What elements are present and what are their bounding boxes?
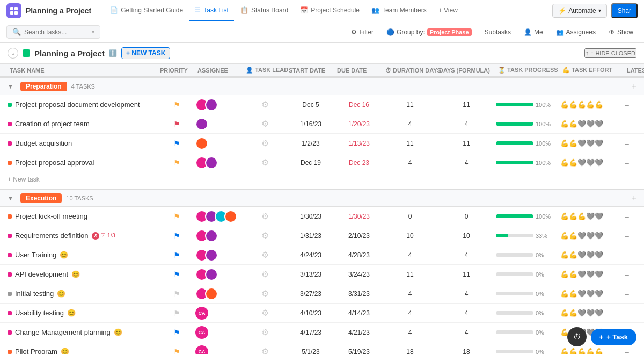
priority-cell[interactable]: ⚑ — [158, 328, 195, 337]
start-date-cell[interactable]: 4/17/23 — [287, 329, 335, 336]
start-date-cell[interactable]: Dec 19 — [287, 159, 335, 167]
assignee-cell[interactable] — [195, 156, 244, 169]
start-date-cell[interactable]: 3/27/23 — [287, 290, 335, 298]
assignee-cell[interactable] — [195, 287, 244, 300]
assignee-cell[interactable] — [195, 98, 244, 111]
assignee-cell[interactable] — [195, 268, 244, 281]
due-date-cell[interactable]: 1/30/23 — [335, 213, 383, 220]
task-name-text[interactable]: Project proposal approval — [15, 158, 94, 167]
task-lead-cell[interactable]: ⚙ — [244, 157, 287, 168]
start-date-cell[interactable]: 1/30/23 — [287, 213, 335, 220]
assignee-cell[interactable] — [195, 249, 244, 262]
priority-cell[interactable]: ⚑ — [158, 139, 195, 148]
assignee-cell[interactable]: CA — [195, 326, 244, 339]
task-name-text[interactable]: Project proposal document development — [15, 100, 140, 109]
task-lead-cell[interactable]: ⚙ — [244, 327, 287, 337]
share-button[interactable]: Shar — [611, 3, 638, 18]
tab-add-view[interactable]: + View — [433, 0, 463, 21]
task-lead-cell[interactable]: ⚙ — [244, 99, 287, 110]
info-icon[interactable]: ℹ️ — [109, 49, 117, 57]
task-lead-cell[interactable]: ⚙ — [244, 346, 287, 354]
tab-team-members[interactable]: 👥 Team Members — [366, 0, 432, 21]
table-row[interactable]: Usability testing😊⚑CA⚙4/10/234/14/23440%… — [0, 304, 644, 323]
table-row[interactable]: Creation of project team⚑⚙1/16/231/20/23… — [0, 114, 644, 134]
due-date-cell[interactable]: Dec 16 — [335, 101, 383, 109]
search-input[interactable] — [24, 28, 89, 36]
subtasks-button[interactable]: Subtasks — [480, 26, 515, 38]
hide-closed-button[interactable]: ↑ ↑ HIDE CLOSED — [584, 48, 636, 58]
start-date-cell[interactable]: 3/13/23 — [287, 271, 335, 278]
task-lead-cell[interactable]: ⚙ — [244, 138, 287, 148]
task-name-text[interactable]: API development — [15, 270, 68, 278]
assignee-cell[interactable] — [195, 229, 244, 242]
search-box[interactable]: 🔍 ▾ — [6, 25, 100, 39]
table-row[interactable]: Change Management planning😊⚑CA⚙4/17/234/… — [0, 323, 644, 342]
task-lead-cell[interactable]: ⚙ — [244, 269, 287, 279]
task-name-text[interactable]: Pilot Program — [15, 348, 57, 354]
priority-cell[interactable]: ⚑ — [158, 158, 195, 167]
start-date-cell[interactable]: 1/16/23 — [287, 120, 335, 128]
group-collapse-preparation[interactable]: ▼ — [8, 83, 16, 90]
due-date-cell[interactable]: 5/19/23 — [335, 348, 383, 355]
assignee-cell[interactable] — [195, 210, 244, 223]
task-lead-cell[interactable]: ⚙ — [244, 230, 287, 241]
table-row[interactable]: Initial testing😊⚑⚙3/27/233/31/23440%💪💪🩶🩶… — [0, 284, 644, 304]
task-name-text[interactable]: User Training — [15, 251, 56, 259]
task-lead-cell[interactable]: ⚙ — [244, 288, 287, 299]
priority-cell[interactable]: ⚑ — [158, 309, 195, 317]
tab-status-board[interactable]: 📋 Status Board — [235, 0, 294, 21]
due-date-cell[interactable]: 4/14/23 — [335, 309, 383, 317]
table-row[interactable]: Pilot Program😊⚑CA⚙5/1/235/19/2318180%💪💪💪… — [0, 342, 644, 354]
task-name-text[interactable]: Budget acquisition — [15, 139, 72, 147]
priority-cell[interactable]: ⚑ — [158, 232, 195, 240]
start-date-cell[interactable]: 4/24/23 — [287, 251, 335, 259]
start-date-cell[interactable]: Dec 5 — [287, 101, 335, 109]
priority-cell[interactable]: ⚑ — [158, 212, 195, 221]
task-name-text[interactable]: Usability testing — [15, 309, 64, 317]
group-add-preparation[interactable]: + — [632, 82, 636, 91]
task-lead-cell[interactable]: ⚙ — [244, 250, 287, 260]
start-date-cell[interactable]: 1/31/23 — [287, 232, 335, 240]
due-date-cell[interactable]: 4/21/23 — [335, 329, 383, 336]
priority-cell[interactable]: ⚑ — [158, 251, 195, 259]
automate-button[interactable]: ⚡ Automate ▾ — [552, 4, 606, 18]
due-date-cell[interactable]: 3/31/23 — [335, 290, 383, 298]
priority-cell[interactable]: ⚑ — [158, 290, 195, 298]
tab-project-schedule[interactable]: 📅 Project Schedule — [295, 0, 365, 21]
new-task-row-preparation[interactable]: + New task — [0, 172, 644, 189]
group-by-button[interactable]: 🔵 Group by: Project Phase — [382, 26, 475, 38]
add-task-fab-button[interactable]: + + Task — [591, 329, 636, 345]
table-row[interactable]: Project kick-off meeting⚑⚙1/30/231/30/23… — [0, 207, 644, 226]
group-add-execution[interactable]: + — [632, 193, 636, 203]
tab-task-list[interactable]: ☰ Task List — [189, 0, 234, 21]
new-task-button[interactable]: + NEW TASK — [121, 47, 170, 59]
due-date-cell[interactable]: 1/20/23 — [335, 120, 383, 128]
task-name-text[interactable]: Change Management planning — [15, 328, 111, 336]
task-lead-cell[interactable]: ⚙ — [244, 211, 287, 221]
task-name-text[interactable]: Requirements definition — [15, 232, 89, 240]
task-lead-cell[interactable]: ⚙ — [244, 119, 287, 129]
assignee-cell[interactable] — [195, 137, 244, 150]
start-date-cell[interactable]: 1/2/23 — [287, 140, 335, 147]
me-button[interactable]: 👤 Me — [519, 26, 547, 38]
due-date-cell[interactable]: Dec 23 — [335, 159, 383, 167]
due-date-cell[interactable]: 2/10/23 — [335, 232, 383, 240]
priority-cell[interactable]: ⚑ — [158, 348, 195, 355]
due-date-cell[interactable]: 1/13/23 — [335, 140, 383, 147]
priority-cell[interactable]: ⚑ — [158, 270, 195, 279]
filter-button[interactable]: ⚙ Filter — [347, 26, 378, 38]
timer-fab-button[interactable]: ⏱ — [567, 327, 587, 346]
due-date-cell[interactable]: 4/28/23 — [335, 251, 383, 259]
group-collapse-execution[interactable]: ▼ — [8, 195, 16, 201]
table-row[interactable]: API development😊⚑⚙3/13/233/24/2311110%💪💪… — [0, 265, 644, 284]
assignee-cell[interactable] — [195, 118, 244, 131]
task-name-text[interactable]: Creation of project team — [15, 120, 90, 128]
task-name-text[interactable]: Project kick-off meeting — [15, 212, 87, 220]
start-date-cell[interactable]: 4/10/23 — [287, 309, 335, 317]
table-row[interactable]: Budget acquisition⚑⚙1/2/231/13/231111100… — [0, 134, 644, 153]
table-row[interactable]: Requirements definition✗ ☑ 1/3⚑⚙1/31/232… — [0, 226, 644, 245]
start-date-cell[interactable]: 5/1/23 — [287, 348, 335, 355]
task-lead-cell[interactable]: ⚙ — [244, 308, 287, 318]
page-collapse-button[interactable]: ○ — [8, 48, 18, 59]
table-row[interactable]: Project proposal approval⚑⚙Dec 19Dec 234… — [0, 153, 644, 172]
